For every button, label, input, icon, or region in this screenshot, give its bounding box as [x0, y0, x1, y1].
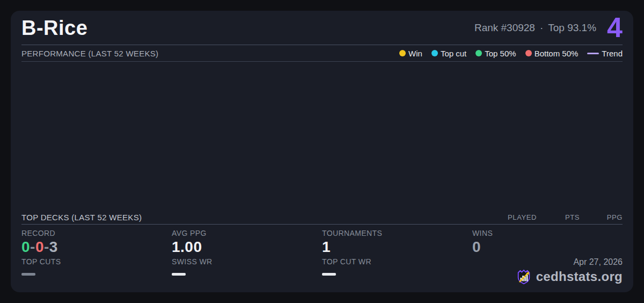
legend-item-top-cut: Top cut: [431, 49, 466, 58]
performance-header-row: PERFORMANCE (LAST 52 WEEKS) Win Top cut …: [21, 45, 623, 62]
stat-label: SWISS WR: [172, 257, 213, 266]
column-header-pts: PTS: [537, 213, 580, 221]
empty-value-dash: [322, 273, 336, 276]
record-losses: 0: [35, 239, 44, 255]
empty-value-dash: [21, 273, 35, 276]
player-stats-card: B-Rice Rank #30928 · Top 93.1% 4 PERFORM…: [11, 11, 633, 292]
rank-text: Rank #30928: [474, 22, 535, 34]
record-wins: 0: [21, 239, 30, 255]
tournaments-value: 1: [322, 239, 331, 255]
column-header-played: PLAYED: [494, 213, 537, 221]
avg-ppg-value: 1.00: [172, 239, 202, 255]
empty-value-dash: [172, 273, 186, 276]
trend-line-icon: [587, 53, 599, 54]
shield-chart-arrow-icon: [516, 269, 532, 285]
points-badge: 4: [607, 15, 623, 41]
rank-summary: Rank #30928 · Top 93.1%: [474, 22, 596, 34]
card-header: B-Rice Rank #30928 · Top 93.1% 4: [21, 11, 623, 45]
record-sep: -: [30, 239, 35, 255]
stats-grid: RECORD 0-0-3 AVG PPG 1.00 TOURNAMENTS 1 …: [21, 225, 623, 292]
chart-legend: Win Top cut Top 50% Bottom 50% Trend: [399, 49, 623, 58]
legend-label: Bottom 50%: [535, 49, 579, 58]
site-brand[interactable]: cedhstats.org: [516, 269, 623, 285]
wins-value: 0: [472, 239, 481, 255]
stat-tournaments: TOURNAMENTS 1: [322, 229, 472, 255]
stat-label: RECORD: [21, 229, 55, 237]
top-percent-text: Top 93.1%: [548, 22, 596, 34]
record-value: 0-0-3: [21, 239, 58, 255]
performance-chart: [21, 62, 623, 211]
stat-label: WINS: [472, 229, 493, 237]
legend-label: Win: [408, 49, 422, 58]
win-dot-icon: [399, 50, 406, 56]
stat-avg-ppg: AVG PPG 1.00: [172, 229, 322, 255]
top-decks-heading: TOP DECKS (LAST 52 WEEKS): [21, 213, 142, 222]
legend-item-trend: Trend: [587, 49, 623, 58]
record-draws: 3: [49, 239, 58, 255]
stat-swiss-wr: SWISS WR: [172, 257, 322, 285]
legend-label: Top 50%: [485, 49, 516, 58]
dot-separator: ·: [540, 22, 543, 34]
top-decks-columns: PLAYED PTS PPG: [494, 213, 623, 221]
top-decks-header-row: TOP DECKS (LAST 52 WEEKS) PLAYED PTS PPG: [21, 211, 623, 225]
record-sep: -: [44, 239, 49, 255]
site-name: cedhstats.org: [536, 269, 623, 284]
stat-label: TOP CUT WR: [322, 257, 371, 266]
stat-label: TOP CUTS: [21, 257, 61, 266]
legend-item-win: Win: [399, 49, 422, 58]
stat-top-cut-wr: TOP CUT WR: [322, 257, 472, 285]
stat-wins: WINS 0: [472, 229, 623, 255]
stat-record: RECORD 0-0-3: [21, 229, 172, 255]
column-header-ppg: PPG: [580, 213, 623, 221]
branding: Apr 27, 2026 cedhstats.org: [472, 257, 623, 285]
player-name: B-Rice: [21, 18, 87, 38]
stat-label: TOURNAMENTS: [322, 229, 382, 237]
stat-label: AVG PPG: [172, 229, 207, 237]
legend-item-top-50: Top 50%: [475, 49, 516, 58]
report-date: Apr 27, 2026: [573, 257, 623, 267]
stat-top-cuts: TOP CUTS: [21, 257, 172, 285]
legend-item-bottom-50: Bottom 50%: [525, 49, 579, 58]
top-50-dot-icon: [475, 50, 482, 56]
performance-heading: PERFORMANCE (LAST 52 WEEKS): [21, 49, 158, 58]
legend-label: Trend: [602, 49, 623, 58]
legend-label: Top cut: [441, 49, 466, 58]
bottom-50-dot-icon: [525, 50, 532, 56]
top-cut-dot-icon: [431, 50, 438, 56]
